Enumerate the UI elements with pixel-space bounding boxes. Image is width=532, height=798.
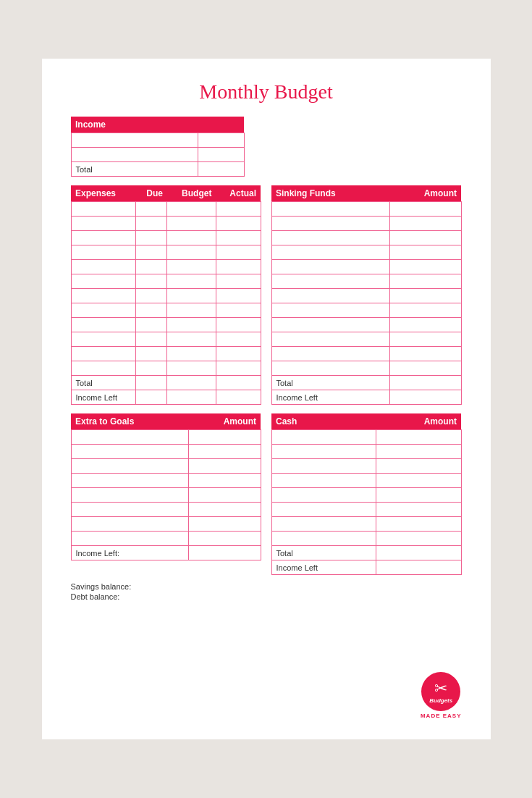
sinking-name-12[interactable] <box>271 361 389 376</box>
expense-actual-12[interactable] <box>216 361 261 376</box>
cash-amount-7[interactable] <box>376 517 461 532</box>
extra-goal-amount-8[interactable] <box>188 532 261 546</box>
expense-actual-1[interactable] <box>216 202 261 217</box>
expense-actual-10[interactable] <box>216 332 261 347</box>
expense-budget-10[interactable] <box>167 332 216 347</box>
expense-name-11[interactable] <box>71 347 135 361</box>
cash-name-8[interactable] <box>271 532 376 546</box>
expense-due-11[interactable] <box>135 347 167 361</box>
expense-name-9[interactable] <box>71 318 135 332</box>
extra-goals-income-left-value[interactable] <box>188 546 261 560</box>
income-amount-1[interactable] <box>198 133 244 148</box>
expense-name-3[interactable] <box>71 231 135 245</box>
expense-name-2[interactable] <box>71 217 135 231</box>
expense-name-1[interactable] <box>71 202 135 217</box>
extra-goal-name-3[interactable] <box>71 459 188 474</box>
expense-budget-11[interactable] <box>167 347 216 361</box>
expense-name-6[interactable] <box>71 274 135 289</box>
sinking-income-left-value[interactable] <box>389 390 461 405</box>
cash-name-3[interactable] <box>271 459 376 474</box>
expense-due-2[interactable] <box>135 217 167 231</box>
expense-due-10[interactable] <box>135 332 167 347</box>
expense-actual-11[interactable] <box>216 347 261 361</box>
expense-actual-9[interactable] <box>216 318 261 332</box>
expense-budget-3[interactable] <box>167 231 216 245</box>
extra-goal-amount-3[interactable] <box>188 459 261 474</box>
sinking-amount-10[interactable] <box>389 332 461 347</box>
expense-actual-2[interactable] <box>216 217 261 231</box>
expense-name-5[interactable] <box>71 260 135 274</box>
cash-name-5[interactable] <box>271 488 376 503</box>
cash-amount-4[interactable] <box>376 474 461 488</box>
cash-name-6[interactable] <box>271 503 376 517</box>
cash-name-1[interactable] <box>271 430 376 445</box>
expense-actual-7[interactable] <box>216 289 261 303</box>
cash-name-2[interactable] <box>271 445 376 459</box>
sinking-name-8[interactable] <box>271 303 389 318</box>
sinking-amount-7[interactable] <box>389 289 461 303</box>
expense-name-12[interactable] <box>71 361 135 376</box>
expense-due-6[interactable] <box>135 274 167 289</box>
extra-goal-amount-4[interactable] <box>188 474 261 488</box>
extra-goal-amount-7[interactable] <box>188 517 261 532</box>
sinking-amount-3[interactable] <box>389 231 461 245</box>
expense-due-4[interactable] <box>135 245 167 260</box>
expenses-income-left-budget[interactable] <box>167 390 216 405</box>
extra-goal-name-2[interactable] <box>71 445 188 459</box>
cash-name-4[interactable] <box>271 474 376 488</box>
sinking-amount-2[interactable] <box>389 217 461 231</box>
expense-budget-9[interactable] <box>167 318 216 332</box>
expense-actual-8[interactable] <box>216 303 261 318</box>
extra-goal-name-8[interactable] <box>71 532 188 546</box>
sinking-amount-1[interactable] <box>389 202 461 217</box>
expense-actual-6[interactable] <box>216 274 261 289</box>
income-total-value[interactable] <box>198 162 244 177</box>
expense-due-7[interactable] <box>135 289 167 303</box>
cash-income-left-value[interactable] <box>376 560 461 575</box>
expense-budget-12[interactable] <box>167 361 216 376</box>
expense-budget-7[interactable] <box>167 289 216 303</box>
sinking-amount-8[interactable] <box>389 303 461 318</box>
expense-due-12[interactable] <box>135 361 167 376</box>
expense-name-8[interactable] <box>71 303 135 318</box>
expenses-total-due[interactable] <box>135 376 167 390</box>
income-name-2[interactable] <box>71 148 198 162</box>
sinking-amount-12[interactable] <box>389 361 461 376</box>
sinking-name-2[interactable] <box>271 217 389 231</box>
extra-goal-name-6[interactable] <box>71 503 188 517</box>
sinking-name-3[interactable] <box>271 231 389 245</box>
sinking-name-5[interactable] <box>271 260 389 274</box>
sinking-name-4[interactable] <box>271 245 389 260</box>
expense-budget-1[interactable] <box>167 202 216 217</box>
expenses-total-budget[interactable] <box>167 376 216 390</box>
cash-amount-6[interactable] <box>376 503 461 517</box>
expense-budget-5[interactable] <box>167 260 216 274</box>
expense-budget-2[interactable] <box>167 217 216 231</box>
cash-amount-8[interactable] <box>376 532 461 546</box>
expense-budget-4[interactable] <box>167 245 216 260</box>
cash-amount-3[interactable] <box>376 459 461 474</box>
sinking-amount-6[interactable] <box>389 274 461 289</box>
sinking-name-9[interactable] <box>271 318 389 332</box>
expense-due-1[interactable] <box>135 202 167 217</box>
expense-name-4[interactable] <box>71 245 135 260</box>
extra-goal-amount-5[interactable] <box>188 488 261 503</box>
expense-due-8[interactable] <box>135 303 167 318</box>
income-name-1[interactable] <box>71 133 198 148</box>
sinking-amount-9[interactable] <box>389 318 461 332</box>
extra-goal-name-1[interactable] <box>71 430 188 445</box>
sinking-total-value[interactable] <box>389 376 461 390</box>
sinking-amount-4[interactable] <box>389 245 461 260</box>
cash-total-value[interactable] <box>376 546 461 560</box>
expenses-income-left-due[interactable] <box>135 390 167 405</box>
extra-goal-name-5[interactable] <box>71 488 188 503</box>
sinking-name-10[interactable] <box>271 332 389 347</box>
expense-actual-5[interactable] <box>216 260 261 274</box>
expense-actual-3[interactable] <box>216 231 261 245</box>
extra-goal-name-7[interactable] <box>71 517 188 532</box>
cash-name-7[interactable] <box>271 517 376 532</box>
sinking-amount-5[interactable] <box>389 260 461 274</box>
extra-goal-amount-6[interactable] <box>188 503 261 517</box>
expense-budget-8[interactable] <box>167 303 216 318</box>
expense-name-7[interactable] <box>71 289 135 303</box>
